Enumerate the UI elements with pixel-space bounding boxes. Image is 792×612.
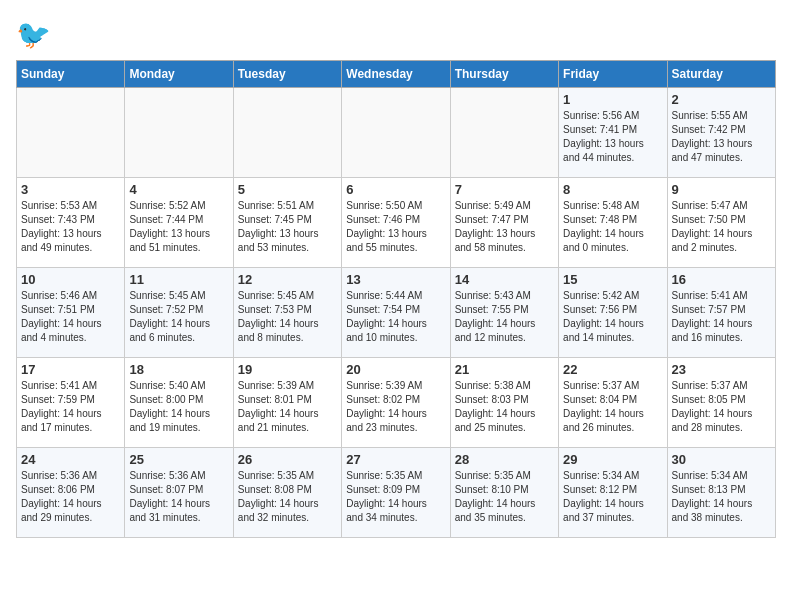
calendar-day-cell: 5Sunrise: 5:51 AM Sunset: 7:45 PM Daylig… [233,178,341,268]
day-number: 16 [672,272,771,287]
day-info: Sunrise: 5:53 AM Sunset: 7:43 PM Dayligh… [21,199,120,255]
day-number: 10 [21,272,120,287]
calendar-day-cell [450,88,558,178]
day-number: 5 [238,182,337,197]
calendar-day-cell: 14Sunrise: 5:43 AM Sunset: 7:55 PM Dayli… [450,268,558,358]
day-info: Sunrise: 5:35 AM Sunset: 8:08 PM Dayligh… [238,469,337,525]
weekday-header-row: SundayMondayTuesdayWednesdayThursdayFrid… [17,61,776,88]
calendar-day-cell: 13Sunrise: 5:44 AM Sunset: 7:54 PM Dayli… [342,268,450,358]
logo-graphic: 🐦 [16,16,54,52]
day-info: Sunrise: 5:51 AM Sunset: 7:45 PM Dayligh… [238,199,337,255]
day-number: 20 [346,362,445,377]
logo-icon: 🐦 [16,16,52,52]
day-info: Sunrise: 5:34 AM Sunset: 8:12 PM Dayligh… [563,469,662,525]
day-number: 28 [455,452,554,467]
day-number: 27 [346,452,445,467]
day-info: Sunrise: 5:36 AM Sunset: 8:07 PM Dayligh… [129,469,228,525]
calendar-day-cell: 9Sunrise: 5:47 AM Sunset: 7:50 PM Daylig… [667,178,775,268]
day-info: Sunrise: 5:50 AM Sunset: 7:46 PM Dayligh… [346,199,445,255]
day-number: 11 [129,272,228,287]
day-info: Sunrise: 5:39 AM Sunset: 8:01 PM Dayligh… [238,379,337,435]
calendar-day-cell: 19Sunrise: 5:39 AM Sunset: 8:01 PM Dayli… [233,358,341,448]
weekday-header-saturday: Saturday [667,61,775,88]
day-number: 21 [455,362,554,377]
logo: 🐦 [16,16,54,52]
day-info: Sunrise: 5:35 AM Sunset: 8:10 PM Dayligh… [455,469,554,525]
calendar-day-cell: 1Sunrise: 5:56 AM Sunset: 7:41 PM Daylig… [559,88,667,178]
calendar-day-cell: 21Sunrise: 5:38 AM Sunset: 8:03 PM Dayli… [450,358,558,448]
day-number: 22 [563,362,662,377]
weekday-header-thursday: Thursday [450,61,558,88]
day-info: Sunrise: 5:46 AM Sunset: 7:51 PM Dayligh… [21,289,120,345]
day-info: Sunrise: 5:41 AM Sunset: 7:59 PM Dayligh… [21,379,120,435]
day-number: 12 [238,272,337,287]
day-number: 3 [21,182,120,197]
calendar-day-cell: 18Sunrise: 5:40 AM Sunset: 8:00 PM Dayli… [125,358,233,448]
day-info: Sunrise: 5:34 AM Sunset: 8:13 PM Dayligh… [672,469,771,525]
weekday-header-monday: Monday [125,61,233,88]
day-info: Sunrise: 5:39 AM Sunset: 8:02 PM Dayligh… [346,379,445,435]
day-number: 14 [455,272,554,287]
calendar-table: SundayMondayTuesdayWednesdayThursdayFrid… [16,60,776,538]
svg-text:🐦: 🐦 [16,18,51,51]
calendar-week-row: 17Sunrise: 5:41 AM Sunset: 7:59 PM Dayli… [17,358,776,448]
day-info: Sunrise: 5:40 AM Sunset: 8:00 PM Dayligh… [129,379,228,435]
calendar-day-cell: 12Sunrise: 5:45 AM Sunset: 7:53 PM Dayli… [233,268,341,358]
day-number: 1 [563,92,662,107]
day-info: Sunrise: 5:48 AM Sunset: 7:48 PM Dayligh… [563,199,662,255]
day-number: 15 [563,272,662,287]
calendar-day-cell [125,88,233,178]
calendar-day-cell: 27Sunrise: 5:35 AM Sunset: 8:09 PM Dayli… [342,448,450,538]
day-number: 7 [455,182,554,197]
calendar-day-cell [233,88,341,178]
weekday-header-sunday: Sunday [17,61,125,88]
calendar-day-cell: 22Sunrise: 5:37 AM Sunset: 8:04 PM Dayli… [559,358,667,448]
day-number: 19 [238,362,337,377]
day-info: Sunrise: 5:45 AM Sunset: 7:53 PM Dayligh… [238,289,337,345]
weekday-header-tuesday: Tuesday [233,61,341,88]
day-info: Sunrise: 5:56 AM Sunset: 7:41 PM Dayligh… [563,109,662,165]
day-number: 25 [129,452,228,467]
day-info: Sunrise: 5:52 AM Sunset: 7:44 PM Dayligh… [129,199,228,255]
day-number: 18 [129,362,228,377]
day-info: Sunrise: 5:43 AM Sunset: 7:55 PM Dayligh… [455,289,554,345]
day-number: 23 [672,362,771,377]
day-number: 30 [672,452,771,467]
calendar-day-cell: 8Sunrise: 5:48 AM Sunset: 7:48 PM Daylig… [559,178,667,268]
calendar-week-row: 1Sunrise: 5:56 AM Sunset: 7:41 PM Daylig… [17,88,776,178]
calendar-day-cell: 17Sunrise: 5:41 AM Sunset: 7:59 PM Dayli… [17,358,125,448]
calendar-day-cell: 30Sunrise: 5:34 AM Sunset: 8:13 PM Dayli… [667,448,775,538]
calendar-day-cell: 23Sunrise: 5:37 AM Sunset: 8:05 PM Dayli… [667,358,775,448]
weekday-header-friday: Friday [559,61,667,88]
day-number: 9 [672,182,771,197]
day-number: 4 [129,182,228,197]
calendar-week-row: 24Sunrise: 5:36 AM Sunset: 8:06 PM Dayli… [17,448,776,538]
day-info: Sunrise: 5:36 AM Sunset: 8:06 PM Dayligh… [21,469,120,525]
calendar-week-row: 3Sunrise: 5:53 AM Sunset: 7:43 PM Daylig… [17,178,776,268]
calendar-day-cell: 26Sunrise: 5:35 AM Sunset: 8:08 PM Dayli… [233,448,341,538]
calendar-day-cell: 29Sunrise: 5:34 AM Sunset: 8:12 PM Dayli… [559,448,667,538]
day-number: 2 [672,92,771,107]
calendar-day-cell: 24Sunrise: 5:36 AM Sunset: 8:06 PM Dayli… [17,448,125,538]
day-number: 13 [346,272,445,287]
day-info: Sunrise: 5:47 AM Sunset: 7:50 PM Dayligh… [672,199,771,255]
day-info: Sunrise: 5:45 AM Sunset: 7:52 PM Dayligh… [129,289,228,345]
calendar-day-cell: 2Sunrise: 5:55 AM Sunset: 7:42 PM Daylig… [667,88,775,178]
day-info: Sunrise: 5:42 AM Sunset: 7:56 PM Dayligh… [563,289,662,345]
calendar-day-cell: 6Sunrise: 5:50 AM Sunset: 7:46 PM Daylig… [342,178,450,268]
day-info: Sunrise: 5:38 AM Sunset: 8:03 PM Dayligh… [455,379,554,435]
day-info: Sunrise: 5:44 AM Sunset: 7:54 PM Dayligh… [346,289,445,345]
calendar-day-cell: 4Sunrise: 5:52 AM Sunset: 7:44 PM Daylig… [125,178,233,268]
day-info: Sunrise: 5:35 AM Sunset: 8:09 PM Dayligh… [346,469,445,525]
calendar-day-cell: 28Sunrise: 5:35 AM Sunset: 8:10 PM Dayli… [450,448,558,538]
day-info: Sunrise: 5:37 AM Sunset: 8:04 PM Dayligh… [563,379,662,435]
calendar-day-cell: 10Sunrise: 5:46 AM Sunset: 7:51 PM Dayli… [17,268,125,358]
day-number: 8 [563,182,662,197]
day-info: Sunrise: 5:49 AM Sunset: 7:47 PM Dayligh… [455,199,554,255]
day-info: Sunrise: 5:37 AM Sunset: 8:05 PM Dayligh… [672,379,771,435]
day-number: 6 [346,182,445,197]
day-number: 26 [238,452,337,467]
day-number: 17 [21,362,120,377]
calendar-day-cell: 20Sunrise: 5:39 AM Sunset: 8:02 PM Dayli… [342,358,450,448]
day-number: 29 [563,452,662,467]
